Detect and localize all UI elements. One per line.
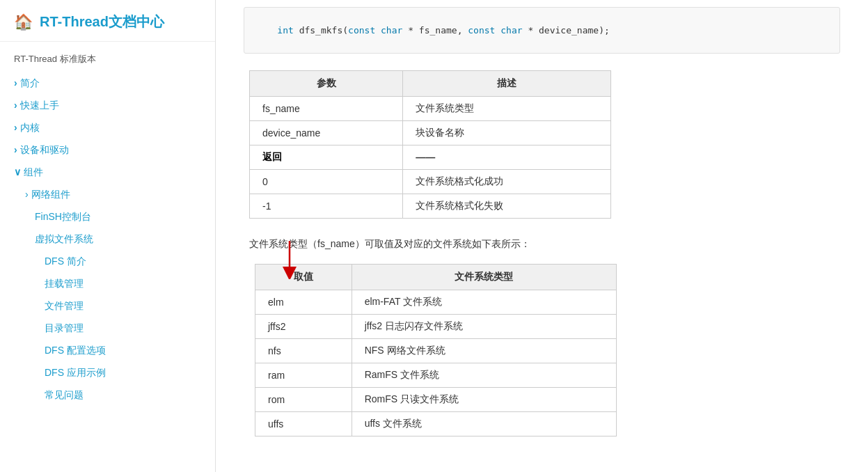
table-row: elm elm-FAT 文件系统 [255, 290, 617, 315]
table-row: ram RamFS 文件系统 [255, 363, 617, 388]
fs-value: elm [255, 290, 352, 315]
return-code: 0 [250, 170, 403, 194]
sidebar-item-faq[interactable]: 常见问题 [0, 384, 215, 407]
table-row: -1 文件系统格式化失败 [250, 194, 611, 219]
fs-type-name: uffs 文件系统 [352, 412, 616, 436]
param-name: fs_name [250, 97, 403, 121]
sidebar-header: 🏠 RT-Thread文档中心 [0, 0, 215, 42]
fs-type-name: RamFS 文件系统 [352, 363, 616, 388]
red-arrow-annotation [283, 237, 324, 279]
table-row: fs_name 文件系统类型 [250, 97, 611, 121]
table-row: uffs uffs 文件系统 [255, 412, 617, 436]
fs-value: uffs [255, 412, 352, 436]
return-dash: —— [403, 145, 611, 170]
sidebar-item-components[interactable]: 组件 [0, 162, 215, 184]
fs-type-name: jffs2 日志闪存文件系统 [352, 315, 616, 339]
sidebar-item-dfs-config[interactable]: DFS 配置选项 [0, 340, 215, 362]
sidebar-item-drivers[interactable]: 设备和驱动 [0, 139, 215, 162]
fs-value: jffs2 [255, 315, 352, 339]
main-content: int dfs_mkfs(const char * fs_name, const… [216, 0, 868, 472]
table-row: nfs NFS 网络文件系统 [255, 339, 617, 363]
table-row: rom RomFS 只读文件系统 [255, 388, 617, 412]
home-icon: 🏠 [14, 13, 33, 31]
code-function: dfs_mkfs( [299, 25, 348, 36]
sidebar-item-finsh[interactable]: FinSH控制台 [0, 206, 215, 228]
return-meaning: 文件系统格式化失败 [403, 194, 611, 219]
sidebar-item-mount[interactable]: 挂载管理 [0, 273, 215, 295]
table-row: jffs2 jffs2 日志闪存文件系统 [255, 315, 617, 339]
params-table: 参数 描述 fs_name 文件系统类型 device_name 块设备名称 返… [249, 70, 611, 219]
sidebar-item-dfs-example[interactable]: DFS 应用示例 [0, 362, 215, 384]
param-desc: 文件系统类型 [403, 97, 611, 121]
sidebar-item-intro[interactable]: 简介 [0, 72, 215, 95]
fs-value: ram [255, 363, 352, 388]
fs-type-name: elm-FAT 文件系统 [352, 290, 616, 315]
table-row: 0 文件系统格式化成功 [250, 170, 611, 194]
sidebar-item-dir-manage[interactable]: 目录管理 [0, 317, 215, 340]
fstype-col-header: 文件系统类型 [352, 265, 616, 290]
sidebar-title: RT-Thread文档中心 [40, 13, 164, 31]
sidebar-item-dfs-intro[interactable]: DFS 简介 [0, 251, 215, 273]
sidebar-item-file-manage[interactable]: 文件管理 [0, 295, 215, 317]
desc-col-header: 描述 [403, 71, 611, 97]
return-label: 返回 [250, 145, 403, 170]
fs-type-name: NFS 网络文件系统 [352, 339, 616, 363]
fs-type-description: 文件系统类型（fs_name）可取值及对应的文件系统如下表所示： [249, 235, 840, 253]
sidebar-item-vfs[interactable]: 虚拟文件系统 [0, 228, 215, 251]
return-row: 返回 —— [250, 145, 611, 170]
return-meaning: 文件系统格式化成功 [403, 170, 611, 194]
fs-type-name: RomFS 只读文件系统 [352, 388, 616, 412]
params-col-header: 参数 [250, 71, 403, 97]
param-name: device_name [250, 121, 403, 145]
code-block: int dfs_mkfs(const char * fs_name, const… [244, 7, 840, 54]
param-desc: 块设备名称 [403, 121, 611, 145]
sidebar-item-kernel[interactable]: 内核 [0, 117, 215, 139]
fs-types-table-wrapper: 取值 文件系统类型 elm elm-FAT 文件系统 jffs2 jffs2 日… [249, 264, 840, 455]
return-code: -1 [250, 194, 403, 219]
fs-value: rom [255, 388, 352, 412]
sidebar-item-quickstart[interactable]: 快速上手 [0, 95, 215, 117]
fs-value: nfs [255, 339, 352, 363]
sidebar: 🏠 RT-Thread文档中心 RT-Thread 标准版本 简介 快速上手 内… [0, 0, 216, 472]
table-row: device_name 块设备名称 [250, 121, 611, 145]
code-return-type: int [277, 25, 299, 36]
sidebar-version: RT-Thread 标准版本 [0, 49, 215, 70]
sidebar-item-network[interactable]: › 网络组件 [0, 184, 215, 206]
fs-types-table: 取值 文件系统类型 elm elm-FAT 文件系统 jffs2 jffs2 日… [255, 264, 617, 436]
